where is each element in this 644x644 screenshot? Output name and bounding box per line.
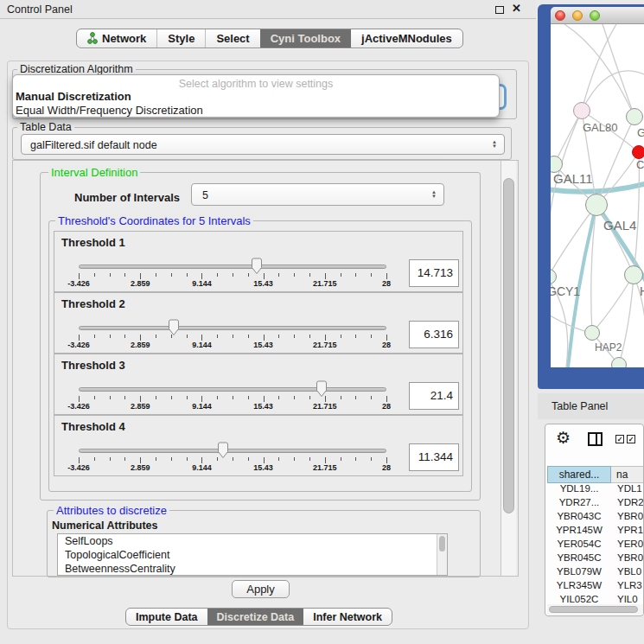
slider-thumb[interactable] (251, 258, 263, 275)
number-of-intervals-select[interactable]: 5 ▲▼ (191, 183, 444, 206)
number-of-intervals-label: Number of Intervals (74, 191, 180, 204)
table-panel-title: Table Panel (552, 393, 608, 419)
network-node[interactable] (632, 145, 644, 159)
slider-scale-label: 15.43 (253, 402, 273, 411)
slider-scale-label: -3.426 (67, 402, 90, 411)
slider-track[interactable] (79, 326, 386, 330)
network-node-label: GAL4 (603, 218, 636, 233)
slider-track[interactable] (79, 387, 386, 392)
table-row[interactable]: YBR043CYBR0 (547, 511, 644, 525)
list-scrollbar[interactable] (437, 534, 447, 575)
network-node[interactable] (611, 357, 627, 367)
tab-cyni-toolbox[interactable]: Cyni Toolbox (260, 29, 351, 48)
table-data-label: Table Data (17, 121, 74, 133)
table-row[interactable]: YDL19...YDL1 (547, 483, 644, 497)
table-data-select[interactable]: galFiltered.sif default node ▲▼ (21, 134, 505, 155)
attribute-list-item[interactable]: BetweennessCentrality (58, 562, 447, 576)
column-header-name[interactable]: na (611, 466, 644, 483)
table-row[interactable]: YER054CYER0 (547, 539, 644, 552)
horizontal-scrollbar-thumb[interactable] (549, 606, 638, 613)
list-scrollbar-thumb[interactable] (439, 536, 445, 552)
table-row[interactable]: YDR27...YDR2 (547, 497, 644, 511)
threshold-value-field[interactable]: 11.344 (409, 443, 459, 471)
cell-name[interactable]: YBR0 (611, 511, 644, 525)
cell-name[interactable]: YPR1 (611, 525, 644, 539)
table-row[interactable]: YPR145WYPR1 (547, 525, 644, 539)
tab-style[interactable]: Style (156, 29, 205, 48)
slider-thumb[interactable] (316, 380, 328, 398)
network-node[interactable] (573, 102, 590, 119)
attribute-list-item[interactable]: TopologicalCoefficient (58, 548, 447, 562)
threshold-row: Threshold 3-3.4262.8599.14415.4321.71528… (54, 354, 463, 415)
network-icon (87, 32, 98, 45)
slider-scale-label: 15.43 (253, 279, 273, 288)
slider-scale-label: -3.426 (67, 279, 90, 288)
cell-shared-name[interactable]: YLR345W (547, 580, 611, 594)
slider-scale-label: 9.144 (192, 279, 212, 288)
cell-name[interactable]: YLR3 (611, 580, 644, 594)
cell-shared-name[interactable]: YDL19... (547, 483, 611, 497)
slider-scale-label: 28 (382, 341, 391, 349)
threshold-value-field[interactable]: 6.316 (409, 321, 459, 348)
cell-shared-name[interactable]: YER054C (547, 539, 611, 552)
threshold-value-field[interactable]: 21.4 (409, 382, 459, 410)
cell-shared-name[interactable]: YPR145W (547, 525, 611, 539)
cell-name[interactable]: YDR2 (611, 497, 644, 511)
network-node[interactable] (585, 194, 608, 216)
table-row[interactable]: YLR345WYLR3 (547, 580, 644, 594)
tab-infer-network[interactable]: Infer Network (303, 609, 392, 625)
tab-network[interactable]: Network (77, 29, 156, 48)
slider-thumb[interactable] (217, 442, 229, 459)
network-node[interactable] (584, 325, 600, 341)
cell-shared-name[interactable]: YBR045C (547, 552, 611, 566)
cell-name[interactable]: YBL0 (611, 566, 644, 580)
tab-impute-data[interactable]: Impute Data (126, 609, 207, 625)
discretization-algorithm-label: Discretization Algorithm (17, 63, 136, 75)
algorithm-placeholder-option[interactable]: Select algorithm to view settings (13, 78, 499, 90)
checkbox-icon[interactable]: ✓ (615, 435, 624, 443)
table-data-value: galFiltered.sif default node (30, 135, 157, 156)
control-panel-title: Control Panel (7, 0, 73, 19)
table-row[interactable]: YBL079WYBL0 (547, 566, 644, 580)
network-node[interactable] (626, 108, 643, 125)
column-header-shared-name[interactable]: shared... (547, 466, 611, 483)
network-canvas[interactable]: GAL80GACGAL11GAL4GCY1HHAP2 (551, 24, 644, 367)
cell-name[interactable]: YDL1 (611, 483, 644, 497)
float-window-icon[interactable] (495, 6, 504, 14)
network-node[interactable] (624, 265, 643, 284)
slider-scale-label: -3.426 (67, 463, 90, 472)
tab-select[interactable]: Select (205, 29, 259, 48)
algorithm-dropdown-popup: Select algorithm to view settings Manual… (12, 74, 500, 118)
table-panel: ⚙ ✓ ✓ shared... na YDL19...YDL1YDR27...Y… (545, 424, 644, 616)
network-window-titlebar[interactable] (551, 7, 644, 24)
threshold-label: Threshold 4 (61, 420, 125, 433)
close-icon[interactable]: ✕ (512, 2, 521, 15)
algorithm-option-equal-width[interactable]: Equal Width/Frequency Discretization (16, 104, 203, 117)
slider-thumb[interactable] (168, 319, 180, 336)
cell-name[interactable]: YER0 (611, 539, 644, 552)
cell-shared-name[interactable]: YBL079W (547, 566, 611, 580)
cell-shared-name[interactable]: YBR043C (547, 511, 611, 525)
apply-button[interactable]: Apply (232, 580, 290, 598)
algorithm-option-manual[interactable]: Manual Discretization (16, 90, 131, 103)
checkbox-icon[interactable]: ✓ (627, 435, 635, 443)
table-panel-titlebar: Table Panel (538, 393, 644, 419)
threshold-value-field[interactable]: 14.713 (409, 259, 459, 287)
tab-jactivemnodules[interactable]: jActiveMNodules (351, 29, 462, 48)
close-traffic-light-icon[interactable] (555, 10, 565, 21)
zoom-traffic-light-icon[interactable] (590, 10, 600, 21)
gear-icon[interactable]: ⚙ (556, 428, 571, 447)
vertical-scrollbar[interactable] (501, 161, 516, 576)
slider-track[interactable] (79, 265, 386, 269)
column-layout-icon[interactable] (588, 432, 603, 446)
slider-track[interactable] (79, 449, 386, 453)
horizontal-scrollbar[interactable] (547, 604, 643, 615)
cell-shared-name[interactable]: YDR27... (547, 497, 611, 511)
attribute-list-item[interactable]: SelfLoops (58, 534, 447, 548)
threshold-label: Threshold 2 (61, 297, 125, 310)
tab-discretize-data[interactable]: Discretize Data (207, 609, 304, 625)
vertical-scrollbar-thumb[interactable] (503, 178, 514, 513)
table-row[interactable]: YBR045CYBR0 (547, 552, 644, 566)
cell-name[interactable]: YBR0 (611, 552, 644, 566)
minimize-traffic-light-icon[interactable] (572, 10, 583, 21)
